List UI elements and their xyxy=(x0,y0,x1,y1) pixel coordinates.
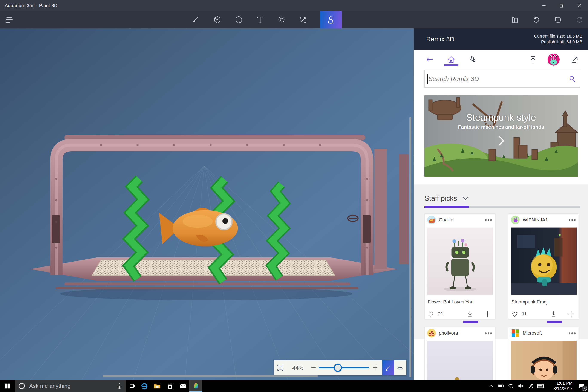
author-avatar[interactable] xyxy=(427,216,436,224)
restore-button[interactable] xyxy=(553,0,570,11)
download-icon[interactable] xyxy=(550,310,558,318)
redo-icon xyxy=(575,11,584,28)
remix-search[interactable] xyxy=(424,70,580,88)
canvas-3d-viewport[interactable]: 44% xyxy=(0,28,414,380)
zoom-slider[interactable] xyxy=(318,360,369,375)
taskbar-file-explorer-icon[interactable] xyxy=(151,380,164,392)
remix-nav xyxy=(424,53,580,66)
brush-tool-icon[interactable] xyxy=(191,11,201,28)
clock[interactable]: 1:01 PM 3/14/2017 xyxy=(548,380,572,391)
home-tab-icon[interactable] xyxy=(446,53,456,66)
minimize-button[interactable] xyxy=(535,0,553,11)
like-count: 21 xyxy=(438,311,443,317)
close-button[interactable] xyxy=(570,0,588,11)
window-title: Aquarium.3mf - Paint 3D xyxy=(5,3,58,8)
card-image-steampunk-emoji[interactable] xyxy=(511,226,576,296)
more-options-icon[interactable] xyxy=(569,332,570,334)
battery-icon[interactable] xyxy=(496,380,506,392)
history-icon[interactable] xyxy=(553,11,563,28)
add-to-project-icon[interactable] xyxy=(567,310,575,318)
taskbar-paint3d-icon[interactable] xyxy=(189,380,202,392)
heart-icon[interactable] xyxy=(427,310,434,318)
text-tool-icon[interactable] xyxy=(255,11,265,28)
model-card[interactable]: WIPNINJA1 xyxy=(508,214,579,319)
aquarium-scene xyxy=(0,28,414,380)
banner-subtitle: Fantastic machines and far-off lands xyxy=(424,124,578,130)
fit-to-screen-icon[interactable] xyxy=(274,360,287,375)
model-card[interactable]: Chaille xyxy=(424,214,495,319)
taskbar-store-icon[interactable] xyxy=(164,380,176,392)
card-image-flower-bot[interactable] xyxy=(427,226,493,296)
upload-icon[interactable] xyxy=(528,53,538,66)
microphone-icon[interactable] xyxy=(116,383,123,389)
drawing-mode-button[interactable] xyxy=(382,360,394,375)
zoom-out-button[interactable] xyxy=(308,364,318,371)
touch-keyboard-icon[interactable] xyxy=(536,380,546,392)
undo-icon[interactable] xyxy=(532,11,541,28)
titlebar: Aquarium.3mf - Paint 3D xyxy=(0,0,588,11)
main-toolbar xyxy=(0,11,588,28)
menu-icon[interactable] xyxy=(5,15,16,24)
zoom-in-button[interactable] xyxy=(369,364,381,371)
card-author: WIPNINJA1 xyxy=(523,217,548,223)
mixed-reality-view-icon[interactable] xyxy=(394,360,406,375)
vertical-scrollbar[interactable] xyxy=(410,117,411,377)
chevron-down-icon xyxy=(462,196,469,201)
like-count: 11 xyxy=(522,311,527,317)
section-underline xyxy=(424,206,580,208)
staff-picks-dropdown[interactable]: Staff picks xyxy=(424,194,580,202)
more-options-icon[interactable] xyxy=(485,219,486,221)
paste-icon[interactable] xyxy=(510,11,520,28)
remix-panel-header: Remix 3D Current file size: 18.5 MB Publ… xyxy=(414,28,588,50)
fish[interactable] xyxy=(159,208,238,246)
card-image-pholivora[interactable] xyxy=(427,339,493,380)
heart-icon[interactable] xyxy=(511,310,518,318)
text-cursor xyxy=(428,74,428,84)
back-icon[interactable] xyxy=(424,53,435,66)
cortana-icon xyxy=(18,382,26,390)
cortana-search[interactable] xyxy=(15,380,126,392)
user-avatar[interactable] xyxy=(548,54,560,66)
download-progress xyxy=(463,321,478,323)
taskbar-search-input[interactable] xyxy=(29,383,116,390)
search-icon[interactable] xyxy=(565,74,580,83)
task-view-button[interactable] xyxy=(126,380,138,392)
wifi-icon[interactable] xyxy=(506,380,516,392)
taskbar: 1:01 PM 3/14/2017 7 xyxy=(0,380,588,392)
remix-panel-title: Remix 3D xyxy=(426,36,454,43)
more-options-icon[interactable] xyxy=(485,332,486,334)
card-title: Steampunk Emoji xyxy=(512,299,576,305)
horizontal-scrollbar[interactable] xyxy=(103,375,318,377)
download-icon[interactable] xyxy=(466,310,474,318)
volume-muted-icon[interactable] xyxy=(516,380,526,392)
zoom-slider-thumb[interactable] xyxy=(334,364,342,372)
search-input[interactable] xyxy=(425,75,565,82)
pen-icon[interactable] xyxy=(526,380,536,392)
effects-tool-icon[interactable] xyxy=(277,11,287,28)
canvas-tool-icon[interactable] xyxy=(298,11,308,28)
card-author: Microsoft xyxy=(523,330,542,336)
author-avatar[interactable] xyxy=(427,329,436,338)
taskbar-mail-icon[interactable] xyxy=(176,380,189,392)
steampunk-banner[interactable]: Steampunk style Fantastic machines and f… xyxy=(424,96,578,177)
publish-limit: Publish limit: 64.0 MB xyxy=(534,39,582,45)
taskbar-edge-icon[interactable] xyxy=(138,380,151,392)
more-options-icon[interactable] xyxy=(569,219,570,221)
3d-shapes-tool-icon[interactable] xyxy=(212,11,222,28)
start-button[interactable] xyxy=(0,380,15,392)
author-avatar[interactable] xyxy=(511,216,520,224)
tray-chevron-icon[interactable] xyxy=(486,380,496,392)
remix-3d-tool-icon[interactable] xyxy=(320,11,342,28)
current-file-size: Current file size: 18.5 MB xyxy=(534,33,582,39)
my-models-tab-icon[interactable] xyxy=(468,53,478,66)
action-center-icon[interactable]: 7 xyxy=(575,380,588,392)
add-to-project-icon[interactable] xyxy=(484,310,491,318)
model-card[interactable]: Microsoft xyxy=(508,327,579,380)
share-icon[interactable] xyxy=(569,53,580,66)
microsoft-logo[interactable] xyxy=(511,329,520,338)
card-image-microsoft-character[interactable] xyxy=(511,339,576,380)
model-card[interactable]: pholivora xyxy=(424,327,495,380)
stickers-tool-icon[interactable] xyxy=(234,11,244,28)
staff-picks-title: Staff picks xyxy=(424,194,457,202)
banner-next-icon[interactable] xyxy=(424,135,578,147)
